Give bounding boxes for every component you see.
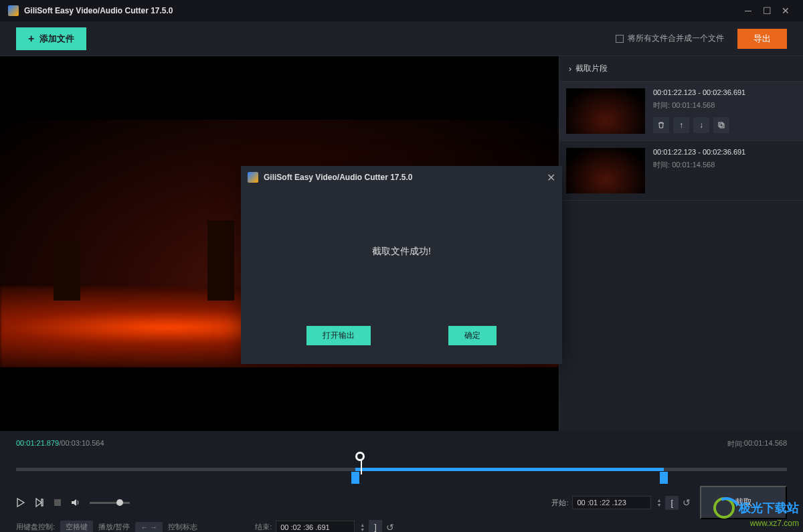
ok-button[interactable]: 确定 bbox=[448, 326, 497, 345]
help-marks: 控制标志 bbox=[168, 522, 197, 532]
segments-title: 截取片段 bbox=[575, 63, 608, 74]
end-spinner[interactable]: ▲▼ bbox=[360, 523, 365, 532]
dialog-close-button[interactable]: ✕ bbox=[547, 171, 555, 184]
end-handle[interactable] bbox=[660, 472, 668, 484]
dialog-message: 截取文件成功! bbox=[241, 189, 562, 314]
end-bracket-button[interactable]: ] bbox=[369, 520, 382, 532]
playhead[interactable] bbox=[355, 452, 365, 461]
volume-icon[interactable] bbox=[71, 498, 80, 507]
toolbar: + 添加文件 将所有文件合并成一个文件 导出 bbox=[0, 21, 803, 56]
move-up-button[interactable]: ↑ bbox=[673, 117, 689, 133]
help-prefix: 用键盘控制: bbox=[16, 522, 55, 532]
merge-label: 将所有文件合并成一个文件 bbox=[628, 33, 724, 44]
duration-value: 00:01:14.568 bbox=[744, 439, 787, 449]
segment-range: 00:01:22.123 - 00:02:36.691 bbox=[653, 148, 796, 156]
delete-segment-button[interactable] bbox=[653, 117, 669, 133]
key-arrows: ← → bbox=[135, 522, 163, 533]
segment-range: 00:01:22.123 - 00:02:36.691 bbox=[653, 88, 796, 96]
end-reset-button[interactable]: ↺ bbox=[386, 522, 394, 533]
start-reset-button[interactable]: ↺ bbox=[683, 497, 691, 508]
close-button[interactable]: ✕ bbox=[776, 1, 795, 20]
current-time: 00:01:21.879 bbox=[16, 439, 59, 449]
segment-thumbnail bbox=[566, 148, 645, 193]
move-down-button[interactable]: ↓ bbox=[693, 117, 709, 133]
svg-rect-0 bbox=[719, 122, 723, 126]
watermark-logo-icon bbox=[713, 497, 735, 519]
step-button[interactable] bbox=[35, 498, 44, 507]
maximize-button[interactable]: ☐ bbox=[757, 1, 776, 20]
segments-panel: › 截取片段 00:01:22.123 - 00:02:36.691 时间: 0… bbox=[559, 56, 803, 431]
total-time: 00:03:10.564 bbox=[61, 439, 104, 449]
track-range bbox=[355, 468, 664, 471]
dialog-app-icon bbox=[248, 172, 258, 183]
success-dialog: GiliSoft Easy Video/Audio Cutter 17.5.0 … bbox=[241, 166, 562, 364]
help-playpause: 播放/暂停 bbox=[98, 522, 130, 532]
end-label: 结束: bbox=[255, 522, 272, 532]
minimize-button[interactable]: ─ bbox=[739, 1, 757, 20]
segment-item[interactable]: 00:01:22.123 - 00:02:36.691 时间: 00:01:14… bbox=[559, 141, 803, 201]
app-title: GiliSoft Easy Video/Audio Cutter 17.5.0 bbox=[24, 6, 739, 15]
export-button[interactable]: 导出 bbox=[737, 29, 787, 49]
start-label: 开始: bbox=[551, 498, 568, 508]
segment-thumbnail bbox=[566, 88, 645, 134]
duplicate-button[interactable] bbox=[713, 117, 729, 133]
chevron-right-icon: › bbox=[569, 64, 571, 74]
timeline-track[interactable] bbox=[16, 457, 787, 484]
titlebar: GiliSoft Easy Video/Audio Cutter 17.5.0 … bbox=[0, 0, 803, 21]
start-bracket-button[interactable]: [ bbox=[665, 496, 679, 510]
app-icon bbox=[8, 5, 19, 16]
svg-rect-1 bbox=[720, 124, 724, 128]
add-file-button[interactable]: + 添加文件 bbox=[16, 27, 86, 50]
volume-slider[interactable] bbox=[90, 502, 130, 504]
segments-header[interactable]: › 截取片段 bbox=[559, 56, 803, 82]
watermark-text: 极光下载站 bbox=[739, 500, 799, 516]
watermark: 极光下载站 www.xz7.com bbox=[713, 497, 799, 528]
start-spinner[interactable]: ▲▼ bbox=[656, 498, 661, 507]
duration-label: 时间: bbox=[727, 439, 744, 449]
merge-checkbox-group[interactable]: 将所有文件合并成一个文件 bbox=[616, 33, 724, 44]
checkbox-icon bbox=[616, 35, 624, 43]
plus-icon: + bbox=[28, 33, 34, 45]
end-time-input[interactable] bbox=[276, 521, 355, 533]
segment-duration: 时间: 00:01:14.568 bbox=[653, 160, 796, 170]
dialog-titlebar: GiliSoft Easy Video/Audio Cutter 17.5.0 … bbox=[241, 166, 562, 189]
add-file-label: 添加文件 bbox=[39, 33, 74, 45]
play-button[interactable] bbox=[16, 498, 25, 507]
dialog-title: GiliSoft Easy Video/Audio Cutter 17.5.0 bbox=[264, 173, 547, 182]
start-time-input[interactable] bbox=[572, 496, 651, 509]
svg-rect-3 bbox=[54, 499, 61, 506]
timeline-area: 00:01:21.879 / 00:03:10.564 时间:00:01:14.… bbox=[0, 431, 803, 532]
volume-knob[interactable] bbox=[116, 499, 123, 506]
segment-item[interactable]: 00:01:22.123 - 00:02:36.691 时间: 00:01:14… bbox=[559, 82, 803, 141]
open-output-button[interactable]: 打开输出 bbox=[306, 326, 371, 345]
start-handle[interactable] bbox=[351, 472, 359, 484]
key-space: 空格键 bbox=[60, 521, 93, 532]
segment-duration: 时间: 00:01:14.568 bbox=[653, 100, 796, 110]
stop-button[interactable] bbox=[54, 499, 62, 507]
